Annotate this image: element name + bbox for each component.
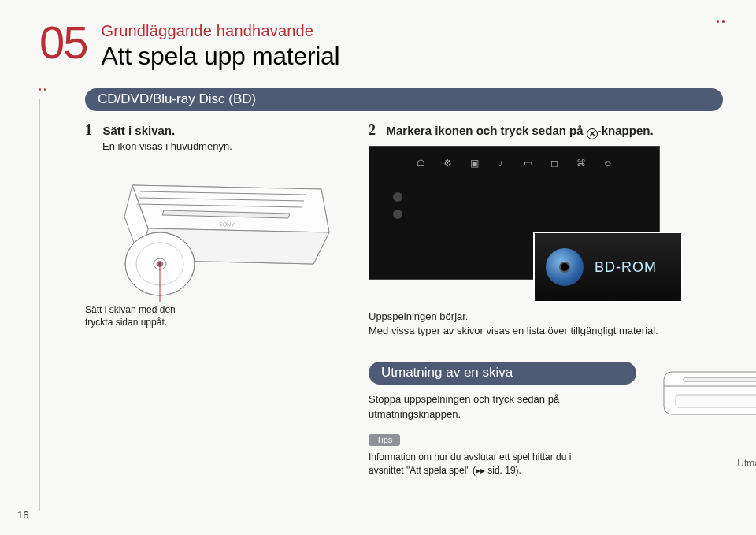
tips-text-before: Information om hur du avslutar ett spel … bbox=[369, 451, 571, 476]
figure-console-insert-disc: SONY bbox=[85, 169, 337, 303]
tips-text: Information om hur du avslutar ett spel … bbox=[369, 451, 573, 477]
chapter-number: 05 bbox=[39, 22, 87, 63]
decorative-dots bbox=[717, 20, 724, 23]
tips-badge: Tips bbox=[369, 434, 400, 446]
music-icon: ♪ bbox=[495, 158, 506, 169]
xmb-screenshot: ☖ ⚙ ▣ ♪ ▭ ◻ ⌘ ☺ bbox=[369, 146, 660, 280]
insert-disc-caption: Sätt i skivan med den tryckta sidan uppå… bbox=[85, 303, 203, 329]
friends-icon: ☺ bbox=[602, 158, 613, 169]
xmb-item-1 bbox=[393, 192, 402, 202]
step-2-text-after: -knappen. bbox=[598, 124, 654, 137]
eject-body: Stoppa uppspelningen och tryck sedan på … bbox=[369, 392, 636, 421]
column-left: 1 Sätt i skivan. En ikon visas i huvudme… bbox=[85, 122, 337, 477]
svg-text:SONY: SONY bbox=[219, 221, 235, 228]
console-front-line-art: ⏏ I/◯ bbox=[660, 368, 756, 478]
bdrom-label: BD-ROM bbox=[595, 259, 657, 276]
svg-rect-11 bbox=[684, 377, 756, 381]
step-1: 1 Sätt i skivan. En ikon visas i huvudme… bbox=[85, 122, 337, 152]
step-2-number: 2 bbox=[369, 122, 383, 139]
two-column-layout: 1 Sätt i skivan. En ikon visas i huvudme… bbox=[85, 122, 724, 477]
section-pill-media: CD/DVD/Blu-ray Disc (BD) bbox=[85, 88, 723, 111]
svg-point-7 bbox=[158, 262, 161, 266]
chapter-title: Att spela upp material bbox=[102, 42, 724, 71]
settings-icon: ⚙ bbox=[442, 158, 453, 169]
eject-figure-column: ⏏ I/◯ bbox=[660, 362, 756, 469]
blu-ray-disc-icon bbox=[546, 248, 584, 286]
title-block: Grundläggande handhavande Att spela upp … bbox=[102, 22, 724, 71]
disc-icon bbox=[393, 210, 402, 219]
users-icon: ☖ bbox=[415, 158, 426, 169]
disc-icon bbox=[393, 192, 402, 202]
page-header: 05 Grundläggande handhavande Att spela u… bbox=[39, 22, 724, 71]
console-line-art: SONY bbox=[85, 169, 337, 303]
page-number: 16 bbox=[17, 509, 28, 521]
step-2-text-before: Markera ikonen och tryck sedan på bbox=[386, 124, 586, 137]
header-divider bbox=[39, 76, 724, 77]
tips-text-after: sid. 19). bbox=[485, 465, 521, 476]
game-icon: ◻ bbox=[549, 158, 560, 169]
manual-page: 05 Grundläggande handhavande Att spela u… bbox=[0, 0, 756, 535]
photo-icon: ▣ bbox=[469, 158, 480, 169]
step-2: 2 Markera ikonen och tryck sedan på ✕-kn… bbox=[369, 122, 756, 139]
playback-info: Uppspelningen börjar. Med vissa typer av… bbox=[369, 310, 756, 338]
network-icon: ⌘ bbox=[576, 158, 587, 169]
page-ref-arrows-icon: ▸▸ bbox=[476, 465, 485, 476]
left-rail bbox=[39, 88, 46, 511]
x-button-icon: ✕ bbox=[587, 128, 598, 139]
step-2-text: Markera ikonen och tryck sedan på ✕-knap… bbox=[386, 124, 653, 137]
eject-text-column: Utmatning av en skiva Stoppa uppspelning… bbox=[369, 362, 636, 477]
xmb-item-2 bbox=[393, 210, 402, 219]
eject-section: Utmatning av en skiva Stoppa uppspelning… bbox=[369, 362, 756, 477]
xmb-top-icons: ☖ ⚙ ▣ ♪ ▭ ◻ ⌘ ☺ bbox=[415, 158, 613, 169]
bdrom-callout: BD-ROM bbox=[533, 232, 683, 303]
step-1-number: 1 bbox=[85, 122, 99, 139]
playback-starts-text: Uppspelningen börjar. bbox=[369, 310, 756, 324]
section-pill-eject: Utmatning av en skiva bbox=[369, 362, 636, 385]
step-1-text: Sätt i skivan. bbox=[102, 124, 175, 137]
column-right: 2 Markera ikonen och tryck sedan på ✕-kn… bbox=[369, 122, 756, 477]
playback-note-text: Med vissa typer av skivor visas en lista… bbox=[369, 324, 756, 338]
figure-console-front: ⏏ I/◯ bbox=[660, 368, 756, 455]
step-1-sub: En ikon visas i huvudmenyn. bbox=[102, 140, 337, 152]
content-area: CD/DVD/Blu-ray Disc (BD) 1 Sätt i skivan… bbox=[85, 88, 724, 477]
chapter-overline: Grundläggande handhavande bbox=[102, 22, 724, 40]
svg-rect-13 bbox=[676, 395, 756, 407]
video-icon: ▭ bbox=[522, 158, 533, 169]
